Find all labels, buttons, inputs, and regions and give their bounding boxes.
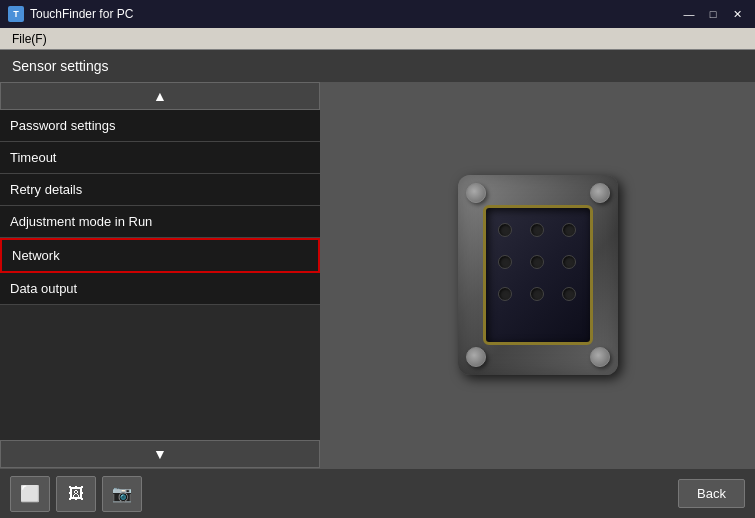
screw-bottom-right: [590, 347, 610, 367]
file-menu[interactable]: File(F): [4, 30, 55, 48]
pin-1: [498, 223, 512, 237]
pin-grid: [498, 223, 584, 309]
screw-top-left: [466, 183, 486, 203]
connector-inner: [483, 205, 593, 345]
title-bar-left: T TouchFinder for PC: [8, 6, 133, 22]
pin-8: [530, 287, 544, 301]
screw-bottom-left: [466, 347, 486, 367]
back-button[interactable]: Back: [678, 479, 745, 508]
pin-5: [530, 255, 544, 269]
page-title: Sensor settings: [12, 58, 109, 74]
bottom-toolbar: ⬜ 🖼 📷 Back: [0, 468, 755, 518]
scroll-down-button[interactable]: ▼: [0, 440, 320, 468]
main-area: Sensor settings ▲ Password settings Time…: [0, 50, 755, 518]
app-icon: T: [8, 6, 24, 22]
sidebar-item-network[interactable]: Network: [0, 238, 320, 273]
sidebar: ▲ Password settings Timeout Retry detail…: [0, 82, 320, 468]
image-icon: 🖼: [68, 485, 84, 503]
camera-tool-button[interactable]: 📷: [102, 476, 142, 512]
scroll-up-button[interactable]: ▲: [0, 82, 320, 110]
connector-image: [448, 165, 628, 385]
connector-body: [458, 175, 618, 375]
pin-7: [498, 287, 512, 301]
sidebar-item-adjustment-mode[interactable]: Adjustment mode in Run: [0, 206, 320, 238]
pin-6: [562, 255, 576, 269]
title-bar-controls: — □ ✕: [679, 5, 747, 23]
rectangle-tool-button[interactable]: ⬜: [10, 476, 50, 512]
close-button[interactable]: ✕: [727, 5, 747, 23]
minimize-button[interactable]: —: [679, 5, 699, 23]
sidebar-item-data-output[interactable]: Data output: [0, 273, 320, 305]
image-tool-button[interactable]: 🖼: [56, 476, 96, 512]
toolbar-left: ⬜ 🖼 📷: [10, 476, 142, 512]
pin-4: [498, 255, 512, 269]
sidebar-item-password-settings[interactable]: Password settings: [0, 110, 320, 142]
title-bar: T TouchFinder for PC — □ ✕: [0, 0, 755, 28]
content-row: ▲ Password settings Timeout Retry detail…: [0, 82, 755, 468]
screw-top-right: [590, 183, 610, 203]
rectangle-icon: ⬜: [20, 484, 40, 503]
pin-9: [562, 287, 576, 301]
sidebar-list: Password settings Timeout Retry details …: [0, 110, 320, 440]
pin-3: [562, 223, 576, 237]
app-title: TouchFinder for PC: [30, 7, 133, 21]
menu-bar: File(F): [0, 28, 755, 50]
sidebar-item-retry-details[interactable]: Retry details: [0, 174, 320, 206]
main-panel: [320, 82, 755, 468]
pin-2: [530, 223, 544, 237]
sidebar-item-timeout[interactable]: Timeout: [0, 142, 320, 174]
camera-icon: 📷: [112, 484, 132, 503]
header-bar: Sensor settings: [0, 50, 755, 82]
maximize-button[interactable]: □: [703, 5, 723, 23]
